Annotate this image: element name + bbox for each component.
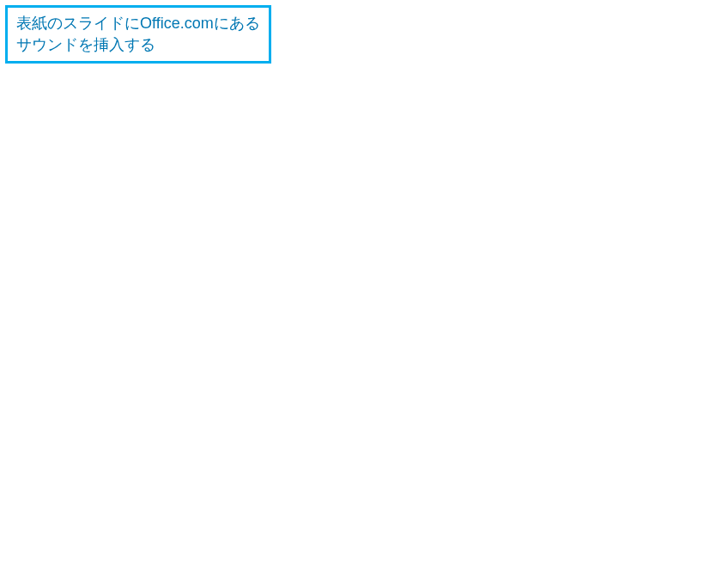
instruction-title: 表紙のスライドにOffice.comにある サウンドを挿入する — [5, 5, 271, 64]
instruction-line1: 表紙のスライドにOffice.comにある — [16, 15, 260, 32]
instruction-line2: サウンドを挿入する — [16, 36, 155, 53]
